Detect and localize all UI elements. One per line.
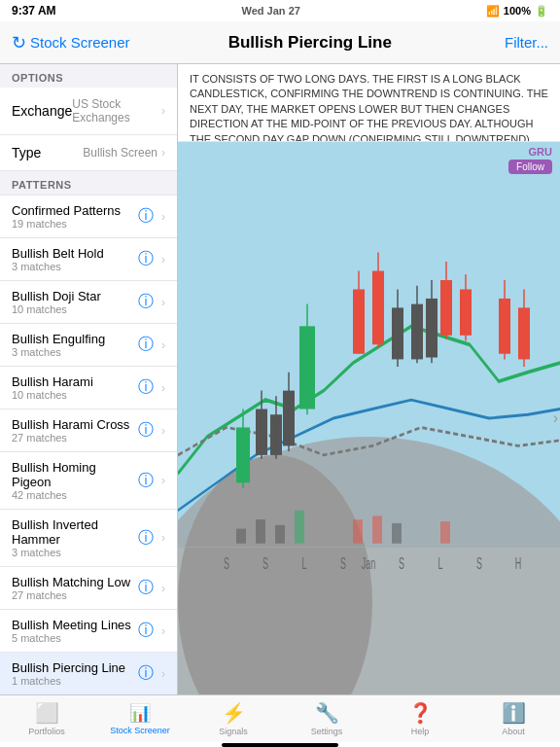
row-chevron: ›: [161, 210, 165, 224]
svg-rect-31: [236, 529, 246, 544]
type-value: Bullish Screen ›: [83, 146, 165, 160]
pattern-item[interactable]: Bullish Belt Hold 3 matches ⓘ ›: [0, 238, 177, 281]
pattern-item[interactable]: Bullish Homing Pigeon 42 matches ⓘ ›: [0, 452, 177, 510]
pattern-info: Bullish Piercing Line 1 matches: [12, 660, 138, 687]
main-content: OPTIONS Exchange US Stock Exchanges › Ty…: [0, 64, 560, 694]
wifi-icon: 📶: [486, 5, 500, 18]
info-icon[interactable]: ⓘ: [138, 471, 154, 491]
svg-rect-37: [392, 523, 402, 544]
nav-bar: ↻ Stock Screener Bullish Piercing Line F…: [0, 21, 560, 64]
pattern-matches: 27 matches: [12, 432, 138, 444]
home-bar: [222, 743, 338, 747]
about-label: About: [502, 727, 525, 736]
info-icon[interactable]: ⓘ: [138, 292, 154, 312]
refresh-icon: ↻: [12, 32, 26, 53]
pattern-item[interactable]: Bullish Harami Cross 27 matches ⓘ ›: [0, 409, 177, 452]
portfolios-icon: ⬜: [35, 701, 59, 725]
tab-help[interactable]: ❓ Help: [373, 695, 467, 742]
pattern-item[interactable]: Bullish Piercing Line 1 matches ⓘ ›: [0, 653, 177, 694]
type-option[interactable]: Type Bullish Screen ›: [0, 135, 177, 171]
pattern-name: Bullish Harami: [12, 374, 138, 389]
pattern-matches: 42 matches: [12, 489, 138, 501]
chart-area[interactable]: GRU Follow: [178, 142, 560, 694]
info-icon[interactable]: ⓘ: [138, 206, 154, 227]
pattern-info: Bullish Matching Low 27 matches: [12, 575, 138, 601]
pattern-matches: 19 matches: [12, 218, 138, 230]
tab-bar: ⬜ Portfolios 📊 Stock Screener ⚡ Signals …: [0, 694, 560, 742]
pattern-item[interactable]: Confirmed Patterns 19 matches ⓘ ›: [0, 195, 177, 238]
pattern-actions: ⓘ ›: [138, 377, 165, 398]
pattern-name: Bullish Harami Cross: [12, 417, 138, 432]
pattern-item[interactable]: Bullish Engulfing 3 matches ⓘ ›: [0, 324, 177, 367]
pattern-matches: 1 matches: [12, 675, 138, 687]
row-chevron: ›: [161, 474, 165, 487]
pattern-name: Bullish Belt Hold: [12, 246, 138, 261]
exchange-option[interactable]: Exchange US Stock Exchanges ›: [0, 88, 177, 135]
info-icon[interactable]: ⓘ: [138, 420, 154, 441]
svg-text:Jan: Jan: [362, 554, 375, 573]
back-label[interactable]: Stock Screener: [30, 34, 130, 51]
svg-rect-38: [440, 521, 450, 544]
exchange-label: Exchange: [12, 103, 72, 119]
svg-rect-36: [372, 516, 382, 543]
pattern-item[interactable]: Bullish Meeting Lines 5 matches ⓘ ›: [0, 610, 177, 653]
svg-text:H: H: [515, 554, 522, 573]
type-label: Type: [12, 145, 41, 160]
svg-rect-35: [353, 519, 363, 544]
settings-icon: 🔧: [315, 701, 339, 725]
pattern-item[interactable]: Bullish Harami 10 matches ⓘ ›: [0, 367, 177, 409]
svg-text:S: S: [224, 554, 229, 573]
pattern-info: Bullish Belt Hold 3 matches: [12, 246, 138, 272]
svg-rect-32: [256, 519, 265, 544]
row-chevron: ›: [161, 582, 165, 595]
pattern-item[interactable]: Bullish Matching Low 27 matches ⓘ ›: [0, 567, 177, 610]
pattern-matches: 10 matches: [12, 303, 138, 315]
tab-settings[interactable]: 🔧 Settings: [280, 695, 373, 742]
pattern-matches: 27 matches: [12, 589, 138, 601]
help-label: Help: [411, 727, 430, 736]
tab-portfolios[interactable]: ⬜ Portfolios: [0, 695, 93, 742]
row-chevron: ›: [161, 424, 165, 438]
svg-rect-33: [275, 525, 285, 544]
info-icon[interactable]: ⓘ: [138, 578, 154, 598]
svg-text:L: L: [438, 554, 442, 573]
svg-text:S: S: [340, 554, 346, 573]
pattern-matches: 3 matches: [12, 261, 138, 272]
info-icon[interactable]: ⓘ: [138, 377, 154, 398]
row-chevron: ›: [161, 381, 165, 395]
pattern-matches: 5 matches: [12, 632, 138, 644]
nav-back[interactable]: ↻ Stock Screener: [12, 32, 130, 53]
patterns-header: PATTERNS: [0, 171, 177, 195]
info-icon[interactable]: ⓘ: [138, 249, 154, 269]
row-chevron: ›: [161, 624, 165, 638]
tab-signals[interactable]: ⚡ Signals: [187, 695, 280, 742]
options-header: OPTIONS: [0, 64, 177, 88]
svg-text:S: S: [262, 554, 268, 573]
tab-stock-screener[interactable]: 📊 Stock Screener: [93, 695, 187, 742]
pattern-name: Bullish Inverted Hammer: [12, 517, 138, 547]
pattern-item[interactable]: Bullish Inverted Hammer 3 matches ⓘ ›: [0, 510, 177, 567]
pattern-name: Bullish Matching Low: [12, 575, 138, 589]
chart-next-arrow[interactable]: ›: [553, 409, 558, 427]
pattern-name: Bullish Piercing Line: [12, 660, 138, 675]
chart-header: GRU Follow: [508, 146, 552, 174]
info-icon[interactable]: ⓘ: [138, 335, 154, 355]
chart-svg: S S L S Jan S L S H: [178, 142, 560, 694]
info-icon[interactable]: ⓘ: [138, 528, 154, 549]
signals-label: Signals: [219, 727, 248, 736]
stock-screener-label: Stock Screener: [110, 726, 170, 735]
pattern-matches: 3 matches: [12, 346, 138, 358]
filter-button[interactable]: Filter...: [490, 34, 548, 51]
svg-rect-34: [295, 511, 304, 544]
pattern-actions: ⓘ ›: [138, 335, 165, 355]
info-icon[interactable]: ⓘ: [138, 663, 154, 684]
follow-button[interactable]: Follow: [508, 160, 552, 174]
right-panel: IT CONSISTS OF TWO LONG DAYS. THE FIRST …: [178, 64, 560, 694]
pattern-name: Bullish Doji Star: [12, 289, 138, 303]
pattern-item[interactable]: Bullish Doji Star 10 matches ⓘ ›: [0, 281, 177, 324]
pattern-name: Bullish Homing Pigeon: [12, 460, 138, 489]
info-icon[interactable]: ⓘ: [138, 621, 154, 641]
help-icon: ❓: [408, 701, 433, 725]
tab-about[interactable]: ℹ️ About: [467, 695, 560, 742]
pattern-info: Bullish Engulfing 3 matches: [12, 332, 138, 358]
